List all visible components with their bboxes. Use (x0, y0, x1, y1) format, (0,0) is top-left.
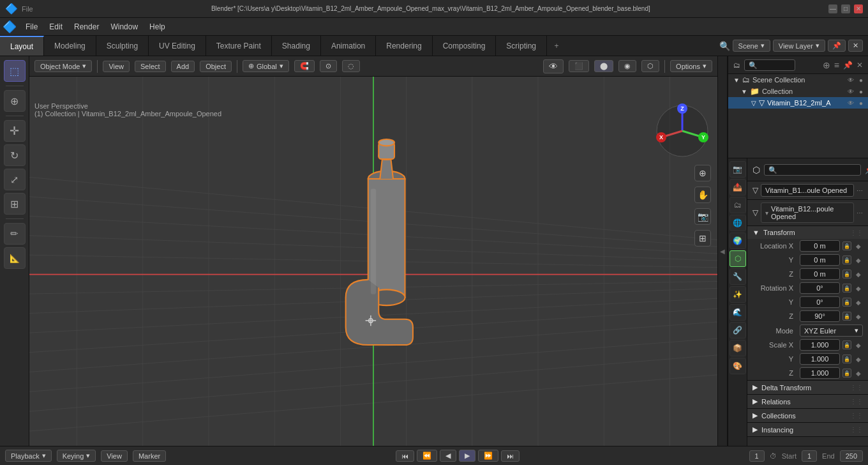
data-options-icon[interactable]: ⋯ (857, 210, 863, 217)
rotation-z-value[interactable]: 90° (800, 310, 840, 322)
scale-y-value[interactable]: 1.000 (800, 353, 840, 365)
xyz-gizmo[interactable]: Z Y X (654, 102, 711, 160)
ws-tab-shading[interactable]: Shading (272, 36, 321, 56)
outliner-search[interactable] (744, 59, 795, 71)
menu-render[interactable]: Render (69, 20, 104, 33)
viewport-object-button[interactable]: Object (200, 61, 232, 72)
tool-rotate[interactable]: ↻ (4, 144, 26, 166)
outliner-object-item[interactable]: ▽ ▽ Vitamin_B12_2ml_A 👁 ● (728, 97, 868, 109)
rotation-z-key[interactable]: ◆ (854, 312, 863, 321)
grid-view-button[interactable]: ⊞ (694, 230, 711, 247)
rotation-y-value[interactable]: 0° (800, 296, 840, 308)
vp-material-button[interactable]: ◉ (618, 60, 636, 72)
ws-tab-modeling[interactable]: Modeling (44, 36, 96, 56)
location-y-lock[interactable]: 🔒 (842, 255, 851, 264)
tool-annotate[interactable]: ✏ (4, 223, 26, 245)
instancing-header[interactable]: ▶ Instancing ⋮⋮ (747, 423, 868, 436)
rotation-x-lock[interactable]: 🔒 (842, 284, 851, 293)
outliner-filter-icon[interactable]: ⊕ (823, 60, 830, 70)
zoom-in-button[interactable]: ⊕ (694, 165, 711, 181)
prop-tab-particles[interactable]: ✨ (730, 286, 746, 303)
panel-collapse-button[interactable]: ◀ (717, 56, 728, 446)
location-z-lock[interactable]: 🔒 (842, 270, 851, 278)
ws-tab-uv-editing[interactable]: UV Editing (149, 36, 206, 56)
object-mode-button[interactable]: Object Mode ▾ (34, 60, 92, 72)
prev-frame-button[interactable]: ⏪ (417, 450, 437, 462)
play-button[interactable]: ▶ (459, 450, 475, 462)
camera-view-button[interactable]: 📷 (694, 208, 711, 225)
outliner-scene-collection[interactable]: ▼ 🗂 Scene Collection 👁 ● (728, 74, 868, 86)
current-frame-input[interactable]: 1 (749, 450, 765, 462)
object-options-icon[interactable]: ⋯ (857, 187, 863, 194)
delta-transform-header[interactable]: ▶ Delta Transform ⋮⋮ (747, 381, 868, 394)
collection-eye-icon[interactable]: 👁 (848, 88, 854, 95)
next-frame-button[interactable]: ⏩ (478, 450, 498, 462)
jump-end-button[interactable]: ⏭ (501, 450, 520, 462)
object-name-input[interactable]: Vitamin_B1...oule Opened (761, 184, 854, 197)
menu-help[interactable]: Help (144, 20, 170, 33)
maximize-button[interactable]: □ (841, 4, 850, 13)
scale-y-lock[interactable]: 🔒 (842, 354, 851, 363)
tool-transform[interactable]: ⊞ (4, 193, 26, 215)
data-dropdown-icon[interactable]: ▾ (765, 210, 768, 217)
object-eye-icon[interactable]: 👁 (848, 100, 854, 107)
scene-dropdown[interactable]: Scene ▾ (733, 40, 770, 52)
prop-tab-object[interactable]: ⬡ (730, 250, 746, 267)
transform-section-header[interactable]: ▼ Transform ⋮⋮ (747, 226, 868, 239)
scale-y-key[interactable]: ◆ (854, 354, 863, 363)
marker-button[interactable]: Marker (133, 450, 166, 462)
playback-button[interactable]: Playback ▾ (5, 450, 52, 462)
pin-button[interactable]: 📌 (828, 40, 846, 52)
rotation-x-key[interactable]: ◆ (854, 284, 863, 293)
workspace-add-button[interactable]: + (547, 36, 566, 56)
prop-tab-modifier[interactable]: 🔧 (730, 268, 746, 285)
viewport-3d[interactable]: Object Mode ▾ View Select Add Object ⊕ G… (29, 56, 717, 446)
proportional-edit-button[interactable]: ⊙ (320, 60, 337, 72)
outliner-close-icon[interactable]: ✕ (857, 61, 863, 70)
rotation-y-lock[interactable]: 🔒 (842, 298, 851, 307)
rotation-mode-select[interactable]: XYZ Euler ▾ (800, 324, 863, 337)
search-icon[interactable]: 🔍 (719, 41, 730, 51)
minimize-button[interactable]: — (828, 4, 837, 13)
rotation-x-value[interactable]: 0° (800, 282, 840, 294)
location-x-key[interactable]: ◆ (854, 241, 863, 250)
rotation-z-lock[interactable]: 🔒 (842, 312, 851, 321)
viewport-add-button[interactable]: Add (171, 61, 195, 72)
ws-tab-texture-paint[interactable]: Texture Paint (206, 36, 272, 56)
tool-select-box[interactable]: ⬚ (4, 60, 26, 82)
ws-tab-rendering[interactable]: Rendering (376, 36, 432, 56)
prop-tab-render[interactable]: 📷 (730, 161, 746, 178)
tool-measure[interactable]: 📐 (4, 247, 26, 269)
vp-xray-button[interactable]: ⬛ (569, 60, 589, 72)
location-y-value[interactable]: 0 m (800, 254, 840, 266)
scale-x-lock[interactable]: 🔒 (842, 340, 851, 349)
scale-z-lock[interactable]: 🔒 (842, 369, 851, 377)
location-x-lock[interactable]: 🔒 (842, 241, 851, 250)
ws-tab-compositing[interactable]: Compositing (433, 36, 497, 56)
object-vis-icon[interactable]: ● (859, 100, 863, 107)
outliner-sort-icon[interactable]: ≡ (834, 60, 839, 70)
transform-global-button[interactable]: ⊕ Global ▾ (243, 60, 289, 72)
keying-button[interactable]: Keying ▾ (57, 450, 96, 462)
vp-overlay-button[interactable]: 👁 (543, 59, 564, 73)
ws-tab-layout[interactable]: Layout (0, 36, 44, 56)
collection-vis-icon[interactable]: ● (859, 88, 863, 95)
location-x-value[interactable]: 0 m (800, 240, 840, 252)
vp-render-button[interactable]: ⬡ (641, 60, 659, 72)
viewlayer-dropdown[interactable]: View Layer ▾ (773, 40, 825, 52)
prop-tab-world[interactable]: 🌍 (730, 232, 746, 249)
menu-edit[interactable]: Edit (44, 20, 68, 33)
location-z-key[interactable]: ◆ (854, 270, 863, 278)
prop-tab-material[interactable]: 🎨 (730, 358, 746, 374)
viewport-view-button[interactable]: View (103, 61, 130, 72)
prop-tab-physics[interactable]: 🌊 (730, 304, 746, 321)
scale-z-key[interactable]: ◆ (854, 369, 863, 377)
tool-move[interactable]: ✛ (4, 120, 26, 142)
prop-tab-output[interactable]: 📤 (730, 179, 746, 195)
vp-options-button[interactable]: Options ▾ (670, 60, 712, 72)
ws-tab-sculpting[interactable]: Sculpting (96, 36, 149, 56)
prop-tab-view-layer[interactable]: 🗂 (730, 197, 746, 213)
scale-z-value[interactable]: 1.000 (800, 367, 840, 379)
viewport-select-button[interactable]: Select (135, 61, 166, 72)
scene-collection-eye-icon[interactable]: 👁 (848, 77, 854, 84)
